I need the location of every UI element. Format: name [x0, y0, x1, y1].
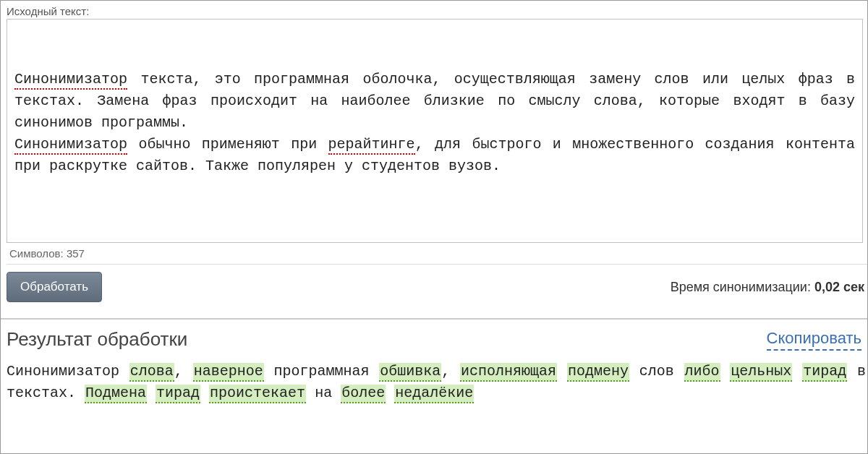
text-token: [200, 385, 209, 401]
text-token: на: [306, 385, 341, 401]
text-token: [386, 385, 394, 401]
source-textarea[interactable]: Синонимизатор текста, это программная об…: [7, 19, 863, 243]
synonym-token[interactable]: тирад: [802, 363, 847, 382]
spellcheck-word: Синонимизатор: [14, 136, 127, 155]
text-token: [557, 363, 567, 380]
synonym-token[interactable]: более: [341, 385, 386, 403]
result-title: Результат обработки: [7, 328, 187, 351]
synonym-token[interactable]: Подмена: [85, 385, 147, 403]
text-token: [720, 363, 731, 380]
text-token: [792, 363, 802, 380]
synonym-token[interactable]: недалёкие: [394, 385, 474, 403]
source-paragraph-1: Синонимизатор текста, это программная об…: [14, 69, 855, 134]
synonym-token[interactable]: наверное: [193, 363, 264, 382]
text-token: [147, 385, 156, 401]
synonym-token[interactable]: исполняющая: [460, 363, 557, 382]
timing-info: Время синонимизации: 0,02 сек: [671, 280, 864, 295]
synonym-token[interactable]: слова: [129, 363, 174, 382]
synonym-token[interactable]: проистекает: [209, 385, 306, 403]
synonym-token[interactable]: обшивка: [379, 363, 441, 382]
char-counter: Символов: 357: [9, 247, 867, 260]
spellcheck-word: рерайтинге: [328, 136, 415, 155]
result-header: Результат обработки Скопировать: [7, 328, 867, 351]
synonym-token[interactable]: подмену: [567, 363, 629, 382]
source-label: Исходный текст:: [7, 5, 867, 17]
timing-label: Время синонимизации:: [671, 280, 814, 294]
action-row: Обработать Время синонимизации: 0,02 сек: [7, 272, 867, 302]
copy-link[interactable]: Скопировать: [767, 329, 861, 351]
spellcheck-word: Синонимизатор: [14, 71, 127, 90]
section-divider: [1, 318, 868, 320]
text-token: программная: [264, 363, 380, 380]
counter-label: Символов:: [9, 247, 67, 260]
text-token: Синонимизатор: [7, 363, 129, 380]
text-token: слов: [629, 363, 684, 380]
counter-value: 357: [67, 247, 85, 260]
source-paragraph-2: Синонимизатор обычно применяют при рерай…: [14, 134, 855, 177]
synonym-token[interactable]: цельных: [730, 363, 792, 382]
divider: [7, 264, 867, 265]
text: обычно применяют при: [127, 136, 328, 153]
synonym-token[interactable]: либо: [684, 363, 720, 382]
result-text: Синонимизатор слова, наверное программна…: [7, 361, 866, 404]
text-token: ,: [441, 363, 460, 380]
process-button[interactable]: Обработать: [7, 272, 102, 302]
text-token: ,: [174, 363, 193, 380]
synonym-token[interactable]: тирад: [156, 385, 200, 403]
timing-value: 0,02 сек: [814, 280, 864, 294]
text: текста, это программная оболочка, осущес…: [14, 71, 855, 131]
